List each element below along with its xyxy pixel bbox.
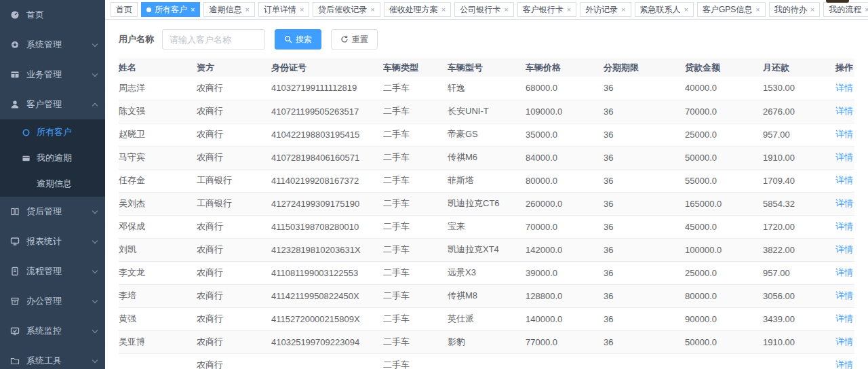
table-row: 邓保成农商行411503198708280010二手车宝来70000.03645… <box>119 215 854 238</box>
tab-close-icon[interactable]: × <box>755 6 760 14</box>
tab[interactable]: 客户GPS信息× <box>697 2 766 17</box>
tab-close-icon[interactable]: × <box>245 6 249 14</box>
table-row: 农商行二手车详情 <box>119 353 854 369</box>
table-row: 吴亚博农商行410325199709223094二手车影豹77000.03650… <box>119 330 854 353</box>
tab[interactable]: 客户银行卡× <box>517 2 576 17</box>
cell-vehicle-type: 二手车 <box>383 100 448 123</box>
search-form: 用户名称 搜索 重置 <box>105 20 868 58</box>
sidebar-item-overdue-info[interactable]: 逾期信息 <box>0 171 105 197</box>
sidebar-item-system[interactable]: 系统管理 <box>0 30 105 60</box>
tab[interactable]: 订单详情× <box>258 2 309 17</box>
detail-link[interactable]: 详情 <box>835 290 853 300</box>
tab-close-icon[interactable]: × <box>684 6 688 14</box>
cell-vehicle-type: 二手车 <box>383 353 448 369</box>
cell-vehicle-type: 二手车 <box>383 238 448 261</box>
cell-funder: 农商行 <box>197 238 271 261</box>
search-button[interactable]: 搜索 <box>275 29 321 50</box>
cell-loan-amount: 70000.0 <box>685 100 763 123</box>
cell-id-number: 412724199309175190 <box>271 192 383 215</box>
sidebar-item-reports[interactable]: 报表统计 <box>0 227 105 256</box>
detail-link[interactable]: 详情 <box>835 152 853 162</box>
detail-link[interactable]: 详情 <box>835 129 853 139</box>
cell-monthly-payment: 957.00 <box>763 261 817 284</box>
sidebar-item-my-overdue[interactable]: 我的逾期 <box>0 145 105 171</box>
col-header-actions: 操作 <box>817 58 854 77</box>
cell-vehicle-type: 二手车 <box>383 284 448 307</box>
detail-link[interactable]: 详情 <box>835 83 853 93</box>
tab-close-icon[interactable]: × <box>865 6 868 14</box>
cell-funder: 农商行 <box>197 284 271 307</box>
tab[interactable]: 我的待办× <box>769 2 820 17</box>
cell-vehicle-model: 凯迪拉克CT6 <box>448 192 526 215</box>
chevron-down-icon <box>92 41 98 46</box>
gear-icon <box>9 40 20 50</box>
customer-table: 姓名 资方 身份证号 车辆类型 车辆型号 车辆价格 分期期限 贷款金额 月还款 … <box>119 58 854 369</box>
sidebar-item-office[interactable]: 办公管理 <box>0 286 105 316</box>
tab-close-icon[interactable]: × <box>370 6 374 14</box>
detail-link[interactable]: 详情 <box>835 313 853 324</box>
tab-close-icon[interactable]: × <box>810 6 814 14</box>
sidebar-item-label: 首页 <box>26 9 44 21</box>
cell-id-number: 411081199003122553 <box>271 261 383 284</box>
sidebar-item-process[interactable]: 流程管理 <box>0 256 105 286</box>
detail-link[interactable]: 详情 <box>835 360 853 369</box>
cell-vehicle-price: 80000.0 <box>526 169 604 192</box>
detail-link[interactable]: 详情 <box>835 198 853 208</box>
detail-link[interactable]: 详情 <box>835 221 853 231</box>
cell-id-number: 410327199111112819 <box>271 77 383 100</box>
reset-button[interactable]: 重置 <box>331 29 378 50</box>
tab[interactable]: 催收处理方案× <box>384 2 451 17</box>
cell-funder: 农商行 <box>197 77 271 100</box>
tab[interactable]: 贷后催收记录× <box>313 2 380 17</box>
detail-link[interactable]: 详情 <box>835 244 853 254</box>
sidebar-item-all-customers[interactable]: 所有客户 <box>0 119 105 145</box>
cell-vehicle-type: 二手车 <box>383 215 448 238</box>
dashboard-icon <box>9 10 20 20</box>
cell-vehicle-model: 英仕派 <box>448 307 526 330</box>
tab[interactable]: 我的流程× <box>823 2 868 17</box>
sidebar-item-home[interactable]: 首页 <box>0 0 105 30</box>
sidebar-item-postloan[interactable]: 贷后管理 <box>0 197 105 227</box>
table-row: 李培农商行41142119950822450X二手车传祺M8128800.036… <box>119 284 854 307</box>
tab[interactable]: 所有客户× <box>141 2 200 17</box>
cell-actions: 详情 <box>817 261 854 284</box>
monitor-check-icon <box>9 326 20 336</box>
tab[interactable]: 首页 <box>111 2 138 17</box>
cell-monthly-payment: 2676.00 <box>763 100 817 123</box>
sidebar-item-business[interactable]: 业务管理 <box>0 60 105 90</box>
detail-link[interactable]: 详情 <box>835 336 853 347</box>
table-row: 刘凯农商行41232819810203631X二手车凯迪拉克XT4142000.… <box>119 238 854 261</box>
detail-link[interactable]: 详情 <box>835 267 853 277</box>
sidebar-item-monitor[interactable]: 系统监控 <box>0 316 105 346</box>
document-icon <box>9 267 20 276</box>
tab-label: 公司银行卡 <box>460 4 500 16</box>
cell-funder: 农商行 <box>197 307 271 330</box>
tab-close-icon[interactable]: × <box>504 6 508 14</box>
cell-periods: 36 <box>604 169 685 192</box>
tab[interactable]: 外访记录× <box>580 2 631 17</box>
cell-actions: 详情 <box>817 284 854 307</box>
sidebar-item-customer[interactable]: 客户管理 <box>0 90 105 119</box>
archive-icon <box>9 296 20 306</box>
cell-loan-amount: 25000.0 <box>685 261 763 284</box>
chevron-down-icon <box>92 267 98 273</box>
cell-vehicle-model: 凯迪拉克XT4 <box>448 238 526 261</box>
chevron-down-icon <box>92 208 98 213</box>
tab-close-icon[interactable]: × <box>621 6 625 14</box>
tab-close-icon[interactable]: × <box>191 6 195 14</box>
tab-close-icon[interactable]: × <box>300 6 304 14</box>
tab-label: 催收处理方案 <box>389 4 438 16</box>
tab-close-icon[interactable]: × <box>441 6 446 14</box>
tab[interactable]: 逾期信息× <box>203 2 254 17</box>
cell-name: 李文龙 <box>119 261 197 284</box>
detail-link[interactable]: 详情 <box>835 106 853 116</box>
cell-funder: 农商行 <box>197 261 271 284</box>
cell-actions: 详情 <box>817 77 854 100</box>
refresh-icon <box>340 35 349 43</box>
tab[interactable]: 紧急联系人× <box>635 2 694 17</box>
detail-link[interactable]: 详情 <box>835 175 853 185</box>
customer-name-input[interactable] <box>162 29 265 50</box>
tab-close-icon[interactable]: × <box>567 6 571 14</box>
sidebar-item-tools[interactable]: 系统工具 <box>0 346 105 369</box>
tab[interactable]: 公司银行卡× <box>454 2 513 17</box>
